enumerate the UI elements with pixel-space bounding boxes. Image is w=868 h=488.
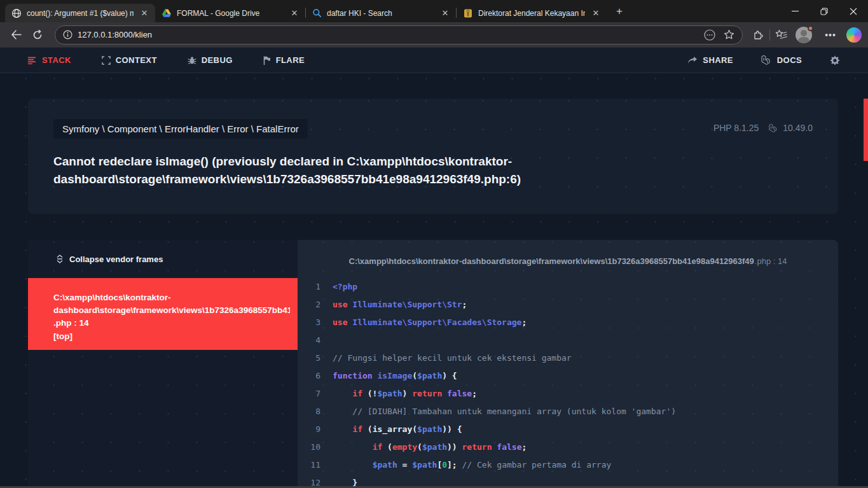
collapse-vendor-frames-button[interactable]: Collapse vendor frames	[28, 240, 298, 278]
tab-title: count(): Argument #1 ($value) mu	[27, 9, 134, 18]
code-line: 10 if (empty($path)) return false;	[298, 438, 838, 456]
tab-debug[interactable]: DEBUG	[188, 55, 233, 65]
share-label: SHARE	[703, 55, 733, 65]
frame-path-line: .php : 14	[53, 317, 290, 330]
laravel-version-icon	[769, 123, 778, 133]
tab-close-icon[interactable]: ✕	[289, 8, 300, 19]
permissions-icon[interactable]	[700, 25, 719, 45]
docs-label: DOCS	[777, 55, 802, 65]
code-line: 8 // [DIUBAH] Tambahan untuk menangani a…	[298, 403, 838, 421]
tab-flare-label: FLARE	[276, 55, 305, 65]
search-icon	[312, 8, 322, 18]
share-button[interactable]: SHARE	[687, 55, 733, 65]
address-bar[interactable]: 127.0.0.1:8000/klien	[55, 25, 743, 45]
code-line: 7 if (!$path) return false;	[298, 385, 838, 403]
tab-close-icon[interactable]: ✕	[139, 8, 150, 19]
code-line: 4	[298, 331, 838, 349]
browser-tab-error-page[interactable]: count(): Argument #1 ($value) mu ✕	[5, 4, 155, 22]
context-brackets-icon	[102, 56, 111, 65]
dgip-emblem-icon	[463, 8, 473, 18]
laravel-version: 10.49.0	[769, 123, 813, 133]
php-version: PHP 8.1.25	[713, 123, 759, 133]
tab-context[interactable]: CONTEXT	[102, 55, 157, 65]
browser-tab-search[interactable]: daftar HKI - Search ✕	[306, 4, 456, 22]
window-controls	[780, 0, 868, 22]
error-summary-card: Symfony \ Component \ ErrorHandler \ Err…	[28, 99, 838, 214]
code-line: 2use Illuminate\Support\Str;	[298, 296, 838, 314]
code-line: 6function isImage($path) {	[298, 367, 838, 385]
code-file-line: .php : 14	[755, 256, 787, 266]
toolbar-separator	[769, 29, 770, 41]
refresh-button[interactable]	[27, 25, 48, 45]
tab-debug-label: DEBUG	[202, 55, 233, 65]
collapse-label: Collapse vendor frames	[69, 254, 163, 264]
collapse-icon	[56, 254, 64, 263]
tab-stack-label: STACK	[42, 55, 71, 65]
frame-method: [top]	[53, 330, 290, 343]
browser-toolbar: 127.0.0.1:8000/klien •••	[0, 22, 868, 48]
code-file-path: C:\xampp\htdocs\kontraktor-dashboard\sto…	[298, 240, 838, 273]
stack-trace-card: Collapse vendor frames C:\xampp\htdocs\k…	[28, 240, 838, 488]
laravel-logo-icon	[761, 55, 772, 66]
docs-button[interactable]: DOCS	[761, 55, 802, 66]
new-tab-button[interactable]: +	[610, 3, 628, 21]
code-line: 1<?php	[298, 278, 838, 296]
browser-tab-google-drive[interactable]: FORMAL - Google Drive ✕	[155, 4, 305, 22]
code-lines: 1<?php2use Illuminate\Support\Str;3use I…	[298, 278, 838, 488]
tab-title: Direktorat Jenderal Kekayaan Inte	[478, 9, 585, 18]
url-text[interactable]: 127.0.0.1:8000/klien	[78, 30, 700, 39]
ignition-nav: STACK CONTEXT DEBUG FLARE SHA	[0, 48, 868, 73]
window-close-button[interactable]	[839, 0, 868, 22]
frame-path-line: dashboard\storage\framework\views\1b7326…	[53, 304, 290, 317]
tab-flare[interactable]: FLARE	[263, 55, 305, 65]
site-info-icon[interactable]	[63, 30, 72, 39]
active-stack-frame[interactable]: C:\xampp\htdocs\kontraktor- dashboard\st…	[28, 278, 298, 350]
browser-tab-dgip[interactable]: Direktorat Jenderal Kekayaan Inte ✕	[457, 4, 607, 22]
share-arrow-icon	[687, 56, 698, 64]
back-button[interactable]	[5, 25, 27, 45]
error-message: Cannot redeclare isImage() (previously d…	[53, 153, 613, 188]
flare-flag-icon	[263, 56, 271, 65]
profile-avatar[interactable]	[796, 27, 812, 43]
page-scrollbar-thumb[interactable]	[864, 99, 868, 161]
tab-title: FORMAL - Google Drive	[177, 9, 284, 18]
profile-notification-dot	[808, 25, 813, 31]
favorites-bar-icon[interactable]	[771, 25, 790, 45]
bug-icon	[188, 56, 196, 65]
settings-gear-button[interactable]	[830, 55, 840, 66]
copilot-icon[interactable]	[846, 27, 862, 43]
code-file-name: C:\xampp\htdocs\kontraktor-dashboard\sto…	[349, 256, 754, 266]
tab-close-icon[interactable]: ✕	[590, 8, 602, 19]
window-minimize-button[interactable]	[780, 0, 809, 22]
settings-menu-icon[interactable]: •••	[821, 25, 840, 45]
code-line: 11 $path = $path[0]; // Cek gambar perta…	[298, 456, 838, 474]
favorite-star-icon[interactable]	[719, 25, 738, 45]
exception-class-badge: Symfony \ Component \ ErrorHandler \ Err…	[53, 119, 308, 139]
frame-path-line: C:\xampp\htdocs\kontraktor-	[53, 291, 290, 304]
code-line: 9 if (is_array($path)) {	[298, 421, 838, 438]
code-line: 3use Illuminate\Support\Facades\Storage;	[298, 314, 838, 331]
globe-icon	[11, 8, 22, 18]
tab-context-label: CONTEXT	[116, 55, 157, 65]
code-panel: C:\xampp\htdocs\kontraktor-dashboard\sto…	[298, 240, 838, 488]
tab-stack[interactable]: STACK	[28, 55, 71, 65]
tab-close-icon[interactable]: ✕	[439, 8, 451, 19]
ignition-page: STACK CONTEXT DEBUG FLARE SHA	[0, 48, 868, 488]
window-restore-button[interactable]	[809, 0, 839, 22]
code-line: 5// Fungsi helper kecil untuk cek eksten…	[298, 349, 838, 367]
stack-list-icon	[28, 57, 37, 64]
google-drive-icon	[162, 8, 172, 18]
browser-essentials-icon[interactable]	[749, 25, 768, 45]
frames-panel: Collapse vendor frames C:\xampp\htdocs\k…	[28, 240, 298, 488]
tab-title: daftar HKI - Search	[327, 9, 434, 18]
browser-tab-bar: count(): Argument #1 ($value) mu ✕ FORMA…	[0, 0, 868, 22]
